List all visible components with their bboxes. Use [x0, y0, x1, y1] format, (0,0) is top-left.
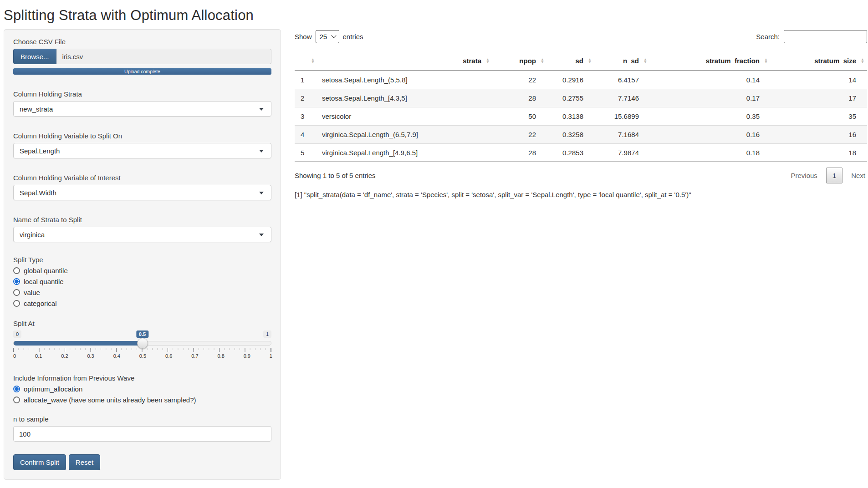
next-page-button[interactable]: Next	[849, 168, 867, 183]
confirm-split-button[interactable]: Confirm Split	[13, 454, 66, 470]
radio-label: allocate_wave (have some units already b…	[24, 396, 196, 404]
action-buttons: Confirm Split Reset	[13, 454, 271, 470]
column-header[interactable]: sd ▲▼	[547, 51, 594, 71]
split-type-option[interactable]: categorical	[13, 298, 271, 309]
column-header[interactable]: stratum_fraction ▲▼	[650, 51, 771, 71]
upload-progress-bar: Upload complete	[13, 68, 271, 75]
radio-input[interactable]	[13, 267, 20, 274]
page-1-button[interactable]: 1	[826, 168, 842, 183]
column-header-label: stratum_size	[814, 57, 856, 65]
split-at-group: Split At 0 0.5 1 00.10.20.30.40.50.60.70…	[13, 320, 271, 361]
split-type-option[interactable]: global quantile	[13, 265, 271, 276]
tick-label: 0.4	[113, 353, 120, 359]
radio-label: global quantile	[24, 267, 68, 274]
previous-wave-option[interactable]: allocate_wave (have some units already b…	[13, 394, 271, 405]
app-layout: Choose CSV File Browse... iris.csv Uploa…	[4, 29, 868, 480]
entries-length-select[interactable]: 25	[316, 30, 339, 43]
column-header-label: n_sd	[623, 57, 639, 65]
show-entries-control: Show 25 entries	[295, 30, 363, 43]
dropdown-select[interactable]: virginica	[13, 227, 271, 242]
cell-npop: 22	[492, 71, 547, 89]
split-at-slider-handle[interactable]	[137, 338, 148, 349]
main-panel: Show 25 entries Search:	[295, 29, 868, 198]
n-to-sample-label: n to sample	[13, 415, 271, 423]
split-at-slider[interactable]: 0 0.5 1 00.10.20.30.40.50.60.70.80.91	[13, 330, 271, 361]
browse-button[interactable]: Browse...	[13, 49, 56, 64]
tick-label: 0.7	[191, 353, 198, 359]
table-row: 2 setosa.Sepal.Length_[4.3,5] 28 0.2755 …	[295, 89, 867, 107]
slider-tick-labels: 00.10.20.30.40.50.60.70.80.91	[13, 353, 271, 359]
sort-arrows-icon: ▲▼	[588, 58, 592, 64]
sort-arrows-icon: ▲▼	[764, 58, 768, 64]
reset-button[interactable]: Reset	[69, 454, 100, 470]
search-input[interactable]	[784, 30, 867, 43]
radio-input[interactable]	[13, 289, 20, 296]
split-type-option[interactable]: local quantile	[13, 276, 271, 287]
tick-label: 0.8	[217, 353, 224, 359]
cell-row-number: 3	[295, 107, 317, 126]
cell-npop: 50	[492, 107, 547, 126]
select-label: Name of Strata to Split	[13, 216, 271, 224]
n-to-sample-input[interactable]	[13, 426, 271, 442]
cell-strata: versicolor	[317, 107, 492, 126]
r-console-output: [1] "split_strata(data = 'df_name', stra…	[295, 191, 867, 198]
previous-page-button[interactable]: Previous	[789, 168, 819, 183]
cell-row-number: 1	[295, 71, 317, 89]
cell-stratum-size: 18	[771, 144, 867, 162]
split-type-group: Split Type global quantile local quantil…	[13, 256, 271, 309]
slider-track[interactable]	[13, 341, 271, 346]
column-header[interactable]: n_sd ▲▼	[594, 51, 650, 71]
select-group: Column Holding Variable of Interest Sepa…	[13, 174, 271, 200]
radio-input[interactable]	[13, 300, 20, 307]
sort-arrows-icon: ▲▼	[861, 58, 864, 64]
radio-label: value	[24, 289, 40, 296]
radio-input[interactable]	[13, 396, 20, 403]
show-entries-prefix: Show	[295, 33, 312, 41]
previous-wave-group: Include Information from Previous Wave o…	[13, 374, 271, 405]
column-header-label: sd	[575, 57, 583, 65]
cell-strata: setosa.Sepal.Length_[4.3,5]	[317, 89, 492, 107]
cell-n-sd: 6.4157	[594, 71, 650, 89]
dropdown-selected-value: virginica	[20, 231, 45, 239]
cell-row-number: 4	[295, 126, 317, 144]
select-label: Column Holding Variable of Interest	[13, 174, 271, 182]
search-label: Search:	[756, 33, 780, 41]
entries-selected-value: 25	[320, 33, 327, 41]
cell-npop: 28	[492, 144, 547, 162]
dropdown-select[interactable]: Sepal.Length	[13, 143, 271, 158]
table-info: Showing 1 to 5 of 5 entries	[295, 172, 376, 179]
dropdown-selected-value: new_strata	[20, 105, 53, 113]
cell-sd: 0.2755	[547, 89, 594, 107]
tick-label: 0.6	[165, 353, 172, 359]
cell-stratum-fraction: 0.14	[650, 71, 771, 89]
select-label: Column Holding Variable to Split On	[13, 132, 271, 140]
split-at-slider-fill	[14, 341, 143, 346]
cell-row-number: 5	[295, 144, 317, 162]
dropdown-select[interactable]: new_strata	[13, 101, 271, 117]
table-row: 5 virginica.Sepal.Length_[4.9,6.5] 28 0.…	[295, 144, 867, 162]
strata-table: ▲▼ strata ▲▼ npop ▲▼	[295, 51, 867, 162]
column-header[interactable]: ▲▼	[295, 51, 317, 71]
cell-stratum-fraction: 0.35	[650, 107, 771, 126]
previous-wave-option[interactable]: optimum_allocation	[13, 383, 271, 394]
column-header[interactable]: strata ▲▼	[317, 51, 492, 71]
slider-min-badge: 0	[13, 330, 21, 338]
dropdown-select[interactable]: Sepal.Width	[13, 185, 271, 200]
upload-progress-text: Upload complete	[124, 69, 160, 74]
radio-input[interactable]	[13, 386, 20, 392]
file-name-field: iris.csv	[56, 49, 271, 64]
cell-npop: 22	[492, 126, 547, 144]
radio-input[interactable]	[13, 278, 20, 285]
cell-stratum-fraction: 0.16	[650, 126, 771, 144]
dropdown-selected-value: Sepal.Width	[20, 189, 56, 197]
column-header[interactable]: npop ▲▼	[492, 51, 547, 71]
cell-n-sd: 7.7146	[594, 89, 650, 107]
table-row: 1 setosa.Sepal.Length_(5,5.8] 22 0.2916 …	[295, 71, 867, 89]
column-header-label: strata	[463, 57, 481, 65]
column-header[interactable]: stratum_size ▲▼	[771, 51, 867, 71]
cell-npop: 28	[492, 89, 547, 107]
table-row: 3 versicolor 50 0.3138 15.6899 0.35 35	[295, 107, 867, 126]
previous-wave-label: Include Information from Previous Wave	[13, 374, 271, 382]
split-type-option[interactable]: value	[13, 287, 271, 298]
tick-label: 1	[270, 353, 272, 359]
